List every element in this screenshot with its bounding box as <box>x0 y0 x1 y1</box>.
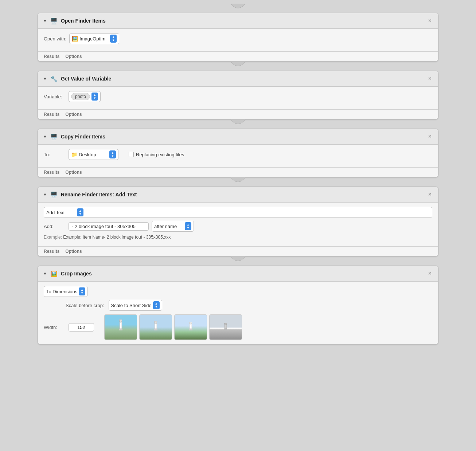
results-link-1[interactable]: Results <box>44 54 59 59</box>
scale-before-crop-label: Scale before crop: <box>66 303 104 308</box>
scale-row: Scale before crop: Scale to Short Side ▲… <box>44 300 432 311</box>
svg-rect-4 <box>154 329 157 330</box>
copy-finder-title: Copy Finder Items <box>61 134 105 140</box>
up-arrow-4: ▲ <box>79 209 82 212</box>
crop-mode-select[interactable]: To Dimensions ▲ ▼ <box>44 286 88 297</box>
header-left-2: ▼ 🔧 Get Value of Variable <box>43 75 111 83</box>
imageoptim-icon: 🖼️ <box>72 36 78 42</box>
after-name-select[interactable]: after name ▲ ▼ <box>152 221 194 232</box>
svg-rect-1 <box>119 329 122 330</box>
example-text: Example: Example: Item Name- 2 block ima… <box>44 235 432 240</box>
scale-stepper[interactable]: ▲ ▼ <box>153 301 160 309</box>
up-arrow-7: ▲ <box>155 302 158 305</box>
finder-icon: 🖥️ <box>50 17 58 25</box>
crop-mode-row: To Dimensions ▲ ▼ <box>44 286 432 297</box>
image-thumb-4 <box>209 314 242 340</box>
crop-title: Crop Images <box>61 271 92 277</box>
svg-rect-7 <box>189 329 192 330</box>
header-left-3: ▼ 🖥️ Copy Finder Items <box>43 133 105 141</box>
connector-1 <box>5 62 471 71</box>
rename-title: Rename Finder Items: Add Text <box>61 192 137 197</box>
add-text-mode-select[interactable]: Add Text ▲ ▼ <box>44 207 432 218</box>
connector-2 <box>5 119 471 129</box>
down-arrow-5: ▼ <box>187 227 190 230</box>
close-button[interactable]: × <box>427 18 433 24</box>
scale-value: Scale to Short Side <box>111 303 152 308</box>
open-with-row: Open with: 🖼️ ImageOptim ▲ ▼ <box>44 33 432 44</box>
rename-finder-block: ▼ 🖥️ Rename Finder Items: Add Text × Add… <box>38 187 438 256</box>
rename-icon: 🖥️ <box>50 191 58 199</box>
copy-finder-header: ▼ 🖥️ Copy Finder Items × <box>38 129 438 145</box>
add-label: Add: <box>44 224 66 229</box>
width-input[interactable] <box>69 323 94 332</box>
connector-4 <box>5 256 471 266</box>
variable-stepper[interactable]: ▲ ▼ <box>91 93 98 101</box>
variable-icon: 🔧 <box>50 75 58 83</box>
add-text-input[interactable] <box>69 222 149 231</box>
results-link-2[interactable]: Results <box>44 112 59 117</box>
image-thumb-3 <box>174 314 207 340</box>
open-finder-footer: Results Options <box>38 51 438 61</box>
desktop-select[interactable]: 📁 Desktop ▲ ▼ <box>69 149 118 160</box>
image-previews <box>104 314 242 340</box>
options-link-3[interactable]: Options <box>65 170 82 175</box>
header-left: ▼ 🖥️ Open Finder Items <box>43 17 106 25</box>
copy-finder-block: ▼ 🖥️ Copy Finder Items × To: 📁 Desktop ▲… <box>38 129 438 177</box>
close-button-5[interactable]: × <box>427 271 433 277</box>
up-arrow-6: ▲ <box>81 289 83 291</box>
variable-row: Variable: photo ▲ ▼ <box>44 91 432 102</box>
collapse-arrow-2[interactable]: ▼ <box>43 77 47 81</box>
add-text-mode-value: Add Text <box>46 210 75 215</box>
after-name-stepper[interactable]: ▲ ▼ <box>185 222 191 230</box>
open-with-select[interactable]: 🖼️ ImageOptim ▲ ▼ <box>69 33 119 44</box>
close-button-2[interactable]: × <box>427 76 433 82</box>
open-finder-items-block: ▼ 🖥️ Open Finder Items × Open with: 🖼️ I… <box>38 13 438 62</box>
close-button-3[interactable]: × <box>427 134 433 140</box>
results-link-4[interactable]: Results <box>44 249 59 254</box>
options-link-1[interactable]: Options <box>65 54 82 59</box>
down-arrow-3: ▼ <box>111 155 114 158</box>
to-label: To: <box>44 152 66 157</box>
rename-finder-header: ▼ 🖥️ Rename Finder Items: Add Text × <box>38 187 438 203</box>
replacing-label: Replacing existing files <box>136 152 184 157</box>
open-finder-items-header: ▼ 🖥️ Open Finder Items × <box>38 13 438 29</box>
collapse-arrow-4[interactable]: ▼ <box>43 192 47 197</box>
scale-select[interactable]: Scale to Short Side ▲ ▼ <box>109 300 162 311</box>
crop-mode-stepper[interactable]: ▲ ▼ <box>79 287 85 295</box>
replacing-checkbox[interactable] <box>129 152 134 157</box>
up-arrow: ▲ <box>112 36 115 39</box>
width-row: Width: <box>44 314 432 340</box>
down-arrow: ▼ <box>112 39 115 42</box>
after-name-value: after name <box>154 224 183 229</box>
workflow-container: ▼ 🖥️ Open Finder Items × Open with: 🖼️ I… <box>0 0 476 348</box>
collapse-arrow-3[interactable]: ▼ <box>43 134 47 139</box>
down-arrow-7: ▼ <box>155 306 158 309</box>
rename-body: Add Text ▲ ▼ Add: after name ▲ ▼ Ex <box>38 203 438 246</box>
variable-select[interactable]: photo ▲ ▼ <box>69 91 101 102</box>
add-text-stepper[interactable]: ▲ ▼ <box>77 208 83 216</box>
example-value: Example: Item Name- 2 block image tout -… <box>63 235 171 240</box>
get-value-body: Variable: photo ▲ ▼ <box>38 87 438 109</box>
copy-finder-footer: Results Options <box>38 167 438 177</box>
copy-finder-icon: 🖥️ <box>50 133 58 141</box>
close-button-4[interactable]: × <box>427 192 433 197</box>
collapse-arrow[interactable]: ▼ <box>43 19 47 23</box>
up-arrow-5: ▲ <box>187 223 190 226</box>
open-finder-title: Open Finder Items <box>61 18 106 24</box>
options-link-4[interactable]: Options <box>65 249 82 254</box>
open-with-stepper[interactable]: ▲ ▼ <box>110 35 117 43</box>
image-thumb-2 <box>139 314 172 340</box>
down-arrow-6: ▼ <box>81 292 83 295</box>
results-link-3[interactable]: Results <box>44 170 59 175</box>
width-label: Width: <box>44 325 66 330</box>
example-label: Example: <box>44 235 63 240</box>
options-link-2[interactable]: Options <box>65 112 82 117</box>
crop-body: To Dimensions ▲ ▼ Scale before crop: Sca… <box>38 282 438 344</box>
crop-images-header: ▼ 🖼️ Crop Images × <box>38 266 438 282</box>
to-row: To: 📁 Desktop ▲ ▼ Replacing existing fil… <box>44 149 432 160</box>
replacing-checkbox-row: Replacing existing files <box>129 152 184 157</box>
get-value-block: ▼ 🔧 Get Value of Variable × Variable: ph… <box>38 71 438 119</box>
svg-rect-10 <box>224 329 227 330</box>
collapse-arrow-5[interactable]: ▼ <box>43 271 47 276</box>
desktop-stepper[interactable]: ▲ ▼ <box>109 150 116 158</box>
